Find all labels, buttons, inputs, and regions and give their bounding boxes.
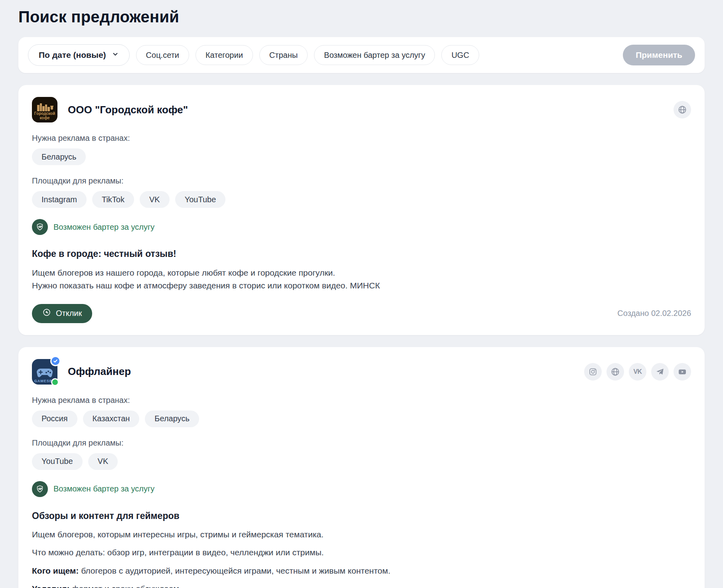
company-name: ООО "Городской кофе"	[68, 104, 188, 116]
description-paragraph: Кого ищем: блогеров с аудиторией, интере…	[32, 565, 691, 576]
barter-label: Возможен бартер за услугу	[53, 484, 154, 493]
country-chip: Россия	[32, 410, 77, 427]
countries-chips: Россия Казахстан Беларусь	[32, 410, 691, 427]
country-chip: Беларусь	[32, 148, 86, 165]
verified-badge-icon	[50, 356, 61, 366]
avatar-text-line2: кофе	[34, 116, 55, 120]
platform-chip: Instagram	[32, 191, 87, 208]
barter-badge: Возможен бартер за услугу	[32, 481, 691, 497]
offer-card-coffee: Городской кофе ООО "Городской кофе" Нужн…	[18, 85, 705, 335]
filter-bar: По дате (новые) Соц.сети Категории Стран…	[18, 37, 705, 73]
website-link-button[interactable]	[606, 363, 624, 381]
handshake-icon	[32, 481, 48, 497]
telegram-link-button[interactable]	[651, 363, 669, 381]
platform-chip: TikTok	[92, 191, 134, 208]
barter-label: Возможен бартер за услугу	[53, 223, 154, 232]
countries-label: Нужна реклама в странах:	[32, 134, 691, 143]
coffee-avatar-image: Городской кофе	[32, 97, 57, 122]
filter-chip-countries[interactable]: Страны	[259, 45, 308, 65]
filter-chip-ugc[interactable]: UGC	[441, 45, 479, 65]
sort-dropdown-label: По дате (новые)	[39, 50, 106, 60]
gamepad-icon	[36, 367, 54, 379]
avatar-text-line1: Городской	[34, 111, 55, 116]
youtube-icon	[678, 367, 687, 377]
company-avatar: Городской кофе	[32, 97, 57, 122]
sort-dropdown[interactable]: По дате (новые)	[28, 44, 130, 66]
filter-chip-categories[interactable]: Категории	[196, 45, 253, 65]
platforms-label: Площадки для рекламы:	[32, 438, 691, 448]
respond-button[interactable]: Отклик	[32, 304, 92, 323]
description-line: Ищем блогеров из нашего города, которые …	[32, 266, 691, 279]
telegram-icon	[656, 367, 664, 376]
apply-button[interactable]: Применить	[623, 45, 695, 65]
description-paragraph: Ищем блогеров, которым интересны игры, с…	[32, 529, 691, 540]
platform-chip: YouTube	[32, 453, 83, 470]
barter-badge: Возможен бартер за услугу	[32, 219, 691, 235]
company-name: Оффлайнер	[68, 365, 131, 378]
vk-link-button[interactable]: VK	[629, 363, 646, 381]
company-links: VK	[584, 363, 691, 381]
platform-chip: YouTube	[175, 191, 226, 208]
offer-description: Ищем блогеров из нашего города, которые …	[32, 266, 691, 292]
offer-card-gamer: GAMESBY Оффлайнер VK	[18, 347, 705, 588]
platforms-chips: YouTube VK	[32, 453, 691, 470]
online-status-dot	[51, 378, 59, 386]
platform-chip: VK	[88, 453, 118, 470]
card-header: Городской кофе ООО "Городской кофе"	[32, 97, 691, 122]
platform-chip: VK	[140, 191, 170, 208]
instagram-icon	[589, 367, 597, 376]
website-link-button[interactable]	[674, 101, 691, 118]
description-paragraph: Условия: формат и сроки обсуждаем.	[32, 583, 691, 588]
platforms-chips: Instagram TikTok VK YouTube	[32, 191, 691, 208]
globe-icon	[610, 367, 620, 377]
reply-icon	[42, 308, 51, 319]
created-date: Создано 02.02.2026	[617, 309, 691, 318]
country-chip: Казахстан	[83, 410, 140, 427]
filter-chip-socials[interactable]: Соц.сети	[136, 45, 189, 65]
vk-icon: VK	[633, 368, 642, 375]
countries-label: Нужна реклама в странах:	[32, 396, 691, 405]
description-line: Нужно показать наш кофе и атмосферу заве…	[32, 279, 691, 292]
card-footer: Отклик Создано 02.02.2026	[32, 304, 691, 323]
instagram-link-button[interactable]	[584, 363, 602, 381]
globe-icon	[678, 105, 687, 114]
page-title: Поиск предложений	[18, 8, 705, 26]
filter-chip-barter[interactable]: Возможен бартер за услугу	[314, 45, 435, 65]
offer-title: Кофе в городе: честный отзыв!	[32, 249, 691, 259]
platforms-label: Площадки для рекламы:	[32, 176, 691, 185]
handshake-icon	[32, 219, 48, 235]
company-avatar: GAMESBY	[32, 359, 57, 385]
country-chip: Беларусь	[145, 410, 199, 427]
offer-description: Ищем блогеров, которым интересны игры, с…	[32, 529, 691, 588]
chevron-down-icon	[112, 50, 119, 60]
respond-label: Отклик	[56, 309, 82, 318]
company-links	[674, 101, 691, 118]
city-skyline-icon	[36, 103, 54, 111]
description-paragraph: Что можно делать: обзор игр, интеграции …	[32, 547, 691, 558]
countries-chips: Беларусь	[32, 148, 691, 165]
card-header: GAMESBY Оффлайнер VK	[32, 359, 691, 385]
youtube-link-button[interactable]	[674, 363, 691, 381]
offer-title: Обзоры и контент для геймеров	[32, 511, 691, 521]
